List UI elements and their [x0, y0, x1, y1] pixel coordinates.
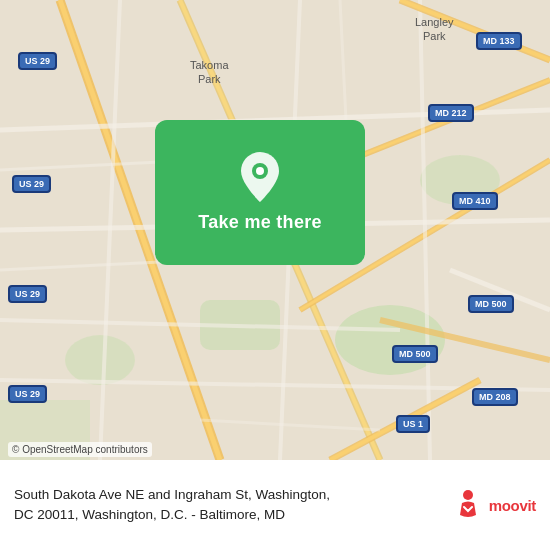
badge-md500-1: MD 500 — [468, 295, 514, 313]
badge-md208: MD 208 — [472, 388, 518, 406]
take-me-there-button[interactable]: Take me there — [155, 120, 365, 265]
bottom-bar: South Dakota Ave NE and Ingraham St, Was… — [0, 460, 550, 550]
badge-us29-4: US 29 — [8, 385, 47, 403]
moovit-brand-text: moovit — [489, 497, 536, 514]
place-label-takoma: TakomaPark — [190, 58, 229, 87]
location-pin-icon — [241, 152, 279, 202]
badge-us1: US 1 — [396, 415, 430, 433]
badge-md500-2: MD 500 — [392, 345, 438, 363]
place-label-langley: LangleyPark — [415, 15, 454, 44]
address-text: South Dakota Ave NE and Ingraham St, Was… — [14, 485, 438, 524]
svg-point-32 — [256, 167, 264, 175]
badge-md212: MD 212 — [428, 104, 474, 122]
map-container: LangleyPark TakomaPark US 29 US 29 US 29… — [0, 0, 550, 550]
badge-us29-3: US 29 — [8, 285, 47, 303]
badge-us29-2: US 29 — [12, 175, 51, 193]
moovit-logo: moovit — [450, 487, 536, 523]
badge-md410: MD 410 — [452, 192, 498, 210]
badge-md133: MD 133 — [476, 32, 522, 50]
svg-point-33 — [463, 490, 473, 500]
badge-us29-1: US 29 — [18, 52, 57, 70]
take-me-there-label: Take me there — [198, 212, 322, 233]
osm-attribution: © OpenStreetMap contributors — [8, 442, 152, 457]
svg-point-4 — [65, 335, 135, 385]
moovit-icon — [450, 487, 486, 523]
